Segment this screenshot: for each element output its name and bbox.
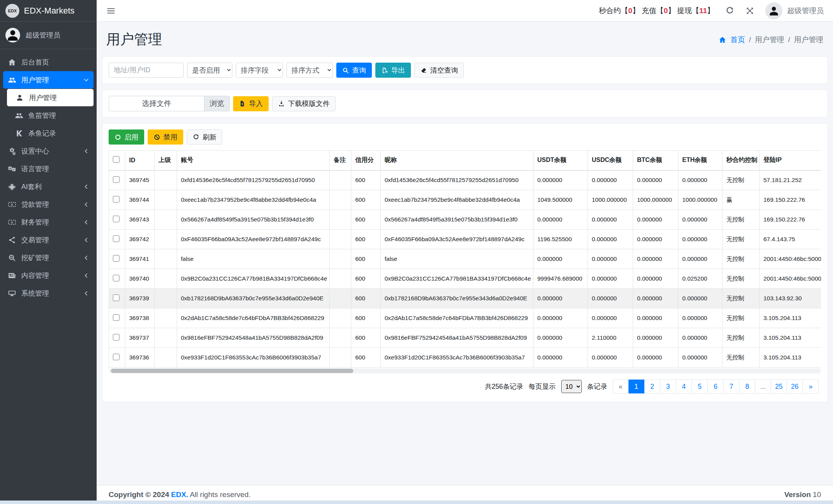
sidebar-item-label: 交易管理	[21, 235, 78, 245]
page-25[interactable]: 25	[771, 380, 787, 393]
sidebar-item-ai-arbitrage[interactable]: AI套利	[3, 178, 94, 195]
browse-button[interactable]: 浏览	[204, 96, 230, 111]
sidebar-item-label: 系统管理	[21, 289, 78, 298]
cell-parent	[155, 249, 177, 269]
page-26[interactable]: 26	[787, 380, 803, 393]
page-»[interactable]: »	[803, 380, 819, 393]
page-2[interactable]: 2	[644, 380, 660, 393]
download-template-button[interactable]: 下载模版文件	[272, 96, 336, 111]
sidebar-user-panel[interactable]: 超级管理员	[0, 22, 97, 49]
row-checkbox[interactable]	[113, 275, 119, 281]
row-checkbox[interactable]	[113, 334, 119, 341]
sort-order-select[interactable]: 排序方式	[286, 63, 333, 78]
row-checkbox[interactable]	[113, 216, 119, 222]
cell-usdt: 0.000000	[533, 170, 588, 190]
select-all-checkbox[interactable]	[113, 156, 119, 163]
eraser-icon	[420, 67, 427, 74]
sidebar-item-fry-management[interactable]: 鱼苗管理	[3, 107, 94, 124]
chevron-left-icon	[83, 201, 90, 208]
navbar-stats[interactable]: 秒合约【0】 充值【0】 提现【11】	[599, 6, 714, 16]
row-checkbox[interactable]	[113, 314, 119, 321]
sidebar-item-language-management[interactable]: Az语言管理	[3, 160, 94, 177]
sidebar-item-user-management-sub[interactable]: 用户管理	[7, 89, 94, 106]
cell-eth: 0.000000	[678, 230, 722, 249]
row-checkbox[interactable]	[113, 196, 119, 203]
col-btc: BTC余额	[633, 151, 678, 170]
cell-note	[330, 210, 351, 230]
newspaper-icon	[8, 271, 16, 280]
cell-nickname: 0xF46035F66ba09A3c52Aee8e972bf148897dA24…	[381, 230, 533, 249]
row-checkbox[interactable]	[113, 295, 119, 301]
svg-text:0: 0	[11, 203, 13, 206]
cell-control: 赢	[722, 190, 760, 210]
table-hscrollbar[interactable]	[109, 368, 821, 373]
sidebar-item-system-management[interactable]: 系统管理	[3, 284, 94, 302]
cell-credit: 600	[351, 348, 381, 368]
fullscreen-icon[interactable]	[745, 6, 755, 15]
sidebar-item-kill-records[interactable]: 杀鱼记录	[3, 124, 94, 142]
cell-id: 369742	[125, 230, 155, 249]
col-usdc: USDC余额	[588, 151, 633, 170]
page-3[interactable]: 3	[660, 380, 676, 393]
sidebar-item-mining-management[interactable]: 挖矿管理	[3, 249, 94, 266]
cell-btc: 0.000000	[633, 328, 678, 348]
table-row: 3697360xe933F1d20C1F863553cAc7b36B6006f3…	[109, 348, 821, 368]
sidebar-item-content-management[interactable]: 内容管理	[3, 267, 94, 284]
hamburger-icon[interactable]	[106, 6, 116, 16]
page-4[interactable]: 4	[676, 380, 692, 393]
export-button[interactable]: 导出	[375, 63, 411, 78]
per-page-select[interactable]: 10	[561, 380, 582, 393]
sidebar-item-trade-management[interactable]: 交易管理	[3, 231, 94, 249]
row-checkbox[interactable]	[113, 235, 119, 242]
sidebar-item-finance-management[interactable]: 0财务管理	[3, 213, 94, 231]
page-6[interactable]: 6	[708, 380, 724, 393]
page-1[interactable]: 1	[629, 380, 644, 393]
sidebar-item-dashboard[interactable]: 后台首页	[3, 53, 94, 71]
cell-control: 无控制	[722, 210, 760, 230]
footer-brand-link[interactable]: EDX.	[171, 490, 188, 499]
query-button[interactable]: 查询	[336, 63, 372, 78]
cell-usdc: 2.110000	[588, 328, 633, 348]
import-card: 选择文件 浏览 导入 下载模版文件	[102, 90, 827, 117]
users-icon	[8, 76, 16, 84]
page-7[interactable]: 7	[724, 380, 739, 393]
chevron-left-icon	[83, 183, 90, 190]
navbar-username: 超级管理员	[787, 6, 824, 16]
cell-ip: 2001:4450:46bc:5000:74cb	[760, 269, 821, 289]
page-hscrollbar[interactable]	[0, 501, 833, 504]
import-button[interactable]: 导入	[233, 96, 269, 111]
sidebar-item-user-management[interactable]: 用户管理	[3, 71, 94, 89]
scrollbar-thumb[interactable]	[111, 369, 353, 373]
cell-usdt: 1049.500000	[533, 190, 588, 210]
home-icon	[719, 36, 726, 44]
sidebar-item-settings-center[interactable]: 设置中心	[3, 142, 94, 160]
clear-query-button[interactable]: 清空查询	[414, 63, 464, 78]
enable-button[interactable]: 启用	[109, 129, 144, 145]
search-input[interactable]	[109, 63, 184, 78]
sidebar-item-loan-management[interactable]: 0贷款管理	[3, 196, 94, 213]
cell-btc: 0.000000	[633, 249, 678, 269]
cell-note	[330, 308, 351, 328]
row-checkbox[interactable]	[113, 176, 119, 183]
records-total: 共256条记录	[485, 382, 523, 391]
cell-btc: 0.000000	[633, 269, 678, 289]
row-checkbox[interactable]	[113, 255, 119, 262]
disable-button[interactable]: 禁用	[148, 129, 183, 145]
chevron-left-icon	[83, 254, 90, 261]
cell-account: 0x9816eFBF7529424548a41bA5755D98B828dA2f…	[177, 328, 330, 348]
sidebar-item-label: 后台首页	[21, 58, 90, 67]
row-checkbox[interactable]	[113, 354, 119, 360]
page-8[interactable]: 8	[739, 380, 755, 393]
breadcrumb-home-link[interactable]: 首页	[730, 35, 745, 45]
enabled-select[interactable]: 是否启用	[187, 63, 232, 78]
sort-field-select[interactable]: 排序字段	[236, 63, 283, 78]
page-5[interactable]: 5	[692, 380, 708, 393]
cell-control: 无控制	[722, 348, 760, 368]
refresh-icon[interactable]	[725, 6, 734, 15]
brand[interactable]: EDX EDX-Markets	[0, 0, 97, 22]
file-import-icon	[239, 100, 246, 107]
file-input[interactable]: 选择文件	[109, 96, 204, 111]
cell-control: 无控制	[722, 308, 760, 328]
navbar-user[interactable]: 超级管理员	[765, 2, 824, 19]
refresh-button[interactable]: 刷新	[187, 129, 222, 145]
